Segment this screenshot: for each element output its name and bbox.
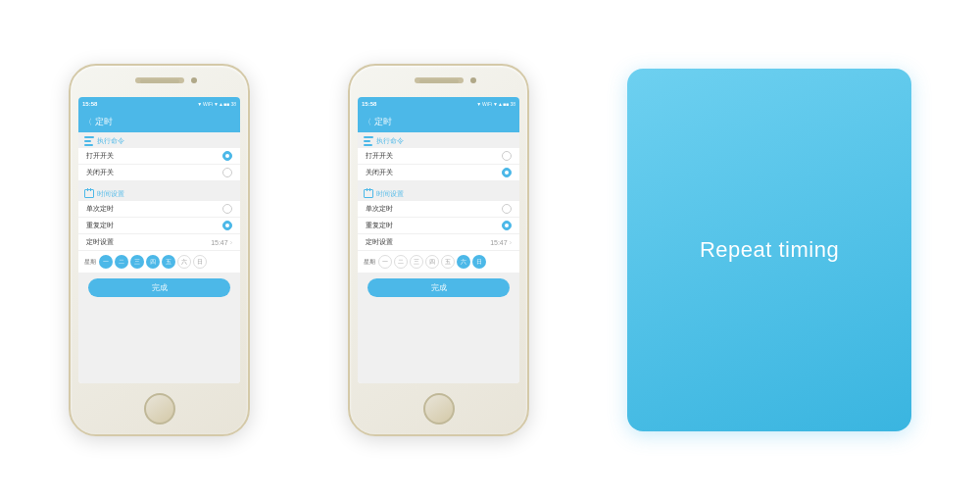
screen-2: 15:58 ▼ WiFi ▼▲■■ 38 〈 定时 执行命令	[358, 97, 519, 383]
back-button-2[interactable]: 〈	[364, 117, 371, 127]
option-close-label-2: 关闭开关	[366, 168, 393, 177]
repeat-timing-2[interactable]: 重复定时	[358, 218, 519, 234]
screen-content-2: 执行命令 打开开关 关闭开关 时间设置	[358, 132, 519, 383]
header-title-1: 定时	[95, 116, 113, 128]
repeat-timing-label-2: 重复定时	[366, 221, 393, 230]
time-section-2: 时间设置	[358, 185, 519, 201]
repeat-timing-1[interactable]: 重复定时	[78, 218, 240, 234]
back-button-1[interactable]: 〈	[84, 117, 92, 127]
radio-repeat-2[interactable]	[502, 221, 512, 230]
complete-button-2[interactable]: 完成	[368, 278, 510, 297]
option-close-1[interactable]: 关闭开关	[78, 165, 240, 181]
header-title-2: 定时	[374, 116, 392, 128]
radio-close-2[interactable]	[502, 168, 512, 177]
info-panel-text: Repeat timing	[700, 237, 839, 263]
app-header-1: 〈 定时	[78, 111, 240, 132]
single-timing-label-1: 单次定时	[86, 204, 114, 214]
radio-close-1[interactable]	[222, 168, 232, 177]
status-time-2: 15:58	[362, 101, 376, 107]
phone-2: 15:58 ▼ WiFi ▼▲■■ 38 〈 定时 执行命令	[348, 64, 529, 436]
time-label-1: 时间设置	[97, 189, 124, 199]
day-fri-2[interactable]: 五	[441, 255, 455, 269]
timing-set-value-1: 15:47 ›	[211, 239, 232, 246]
execute-section-2: 执行命令	[358, 132, 519, 148]
calendar-icon-2	[364, 189, 373, 199]
radio-single-2[interactable]	[502, 204, 512, 214]
day-thu-2[interactable]: 四	[425, 255, 439, 269]
option-open-label-1: 打开开关	[86, 151, 114, 161]
option-close-label-1: 关闭开关	[86, 168, 114, 177]
time-label-2: 时间设置	[376, 189, 404, 199]
execute-label-2: 执行命令	[376, 136, 404, 146]
option-open-2[interactable]: 打开开关	[358, 148, 519, 165]
menu-icon-2	[364, 136, 373, 146]
home-button-2[interactable]	[423, 393, 455, 425]
phone-1: 15:58 ▼ WiFi ▼▲■■ 38 〈 定时 执行命令	[69, 64, 250, 436]
screen-1: 15:58 ▼ WiFi ▼▲■■ 38 〈 定时 执行命令	[78, 97, 240, 383]
speaker-2	[419, 79, 459, 83]
time-value-1[interactable]: 定时设置 15:47 ›	[78, 234, 240, 251]
radio-open-2[interactable]	[502, 151, 512, 161]
status-icons-1: ▼ WiFi ▼▲■■ 38	[197, 101, 236, 107]
calendar-icon-1	[84, 189, 94, 199]
status-bar-2: 15:58 ▼ WiFi ▼▲■■ 38	[358, 97, 519, 111]
single-timing-1[interactable]: 单次定时	[78, 201, 240, 218]
screen-content-1: 执行命令 打开开关 关闭开关 时间设置	[78, 132, 240, 383]
time-section-1: 时间设置	[78, 185, 240, 201]
day-wed-1[interactable]: 三	[130, 255, 144, 269]
status-icons-2: ▼ WiFi ▼▲■■ 38	[476, 101, 515, 107]
menu-icon-1	[84, 136, 94, 146]
timing-set-label-1: 定时设置	[86, 237, 114, 247]
option-open-1[interactable]: 打开开关	[78, 148, 240, 165]
day-sun-2[interactable]: 日	[472, 255, 486, 269]
day-fri-1[interactable]: 五	[162, 255, 175, 269]
radio-single-1[interactable]	[222, 204, 232, 214]
option-open-label-2: 打开开关	[366, 151, 393, 161]
radio-repeat-1[interactable]	[222, 221, 232, 230]
execute-section-1: 执行命令	[78, 132, 240, 148]
status-time-1: 15:58	[82, 101, 97, 107]
day-mon-1[interactable]: 一	[99, 255, 113, 269]
execute-label-1: 执行命令	[97, 136, 124, 146]
time-value-2[interactable]: 定时设置 15:47 ›	[358, 234, 519, 251]
option-close-2[interactable]: 关闭开关	[358, 165, 519, 181]
page-container: 15:58 ▼ WiFi ▼▲■■ 38 〈 定时 执行命令	[0, 0, 980, 500]
day-tue-2[interactable]: 二	[394, 255, 408, 269]
speaker-1	[140, 79, 179, 83]
single-timing-2[interactable]: 单次定时	[358, 201, 519, 218]
info-panel: Repeat timing	[627, 69, 911, 431]
radio-open-1[interactable]	[222, 151, 232, 161]
timing-set-value-2: 15:47 ›	[490, 239, 512, 246]
single-timing-label-2: 单次定时	[366, 204, 393, 214]
day-sat-2[interactable]: 六	[457, 255, 470, 269]
days-row-1: 星期 一 二 三 四 五 六 日	[78, 251, 240, 273]
timing-set-label-2: 定时设置	[366, 237, 393, 247]
home-button-1[interactable]	[144, 393, 175, 425]
day-thu-1[interactable]: 四	[146, 255, 160, 269]
day-wed-2[interactable]: 三	[410, 255, 423, 269]
day-sat-1[interactable]: 六	[177, 255, 191, 269]
camera-1	[191, 77, 197, 83]
day-tue-1[interactable]: 二	[115, 255, 128, 269]
week-label-2: 星期	[364, 258, 375, 267]
week-label-1: 星期	[84, 258, 96, 267]
status-bar-1: 15:58 ▼ WiFi ▼▲■■ 38	[78, 97, 240, 111]
complete-button-1[interactable]: 完成	[88, 278, 230, 297]
camera-2	[470, 77, 476, 83]
app-header-2: 〈 定时	[358, 111, 519, 132]
days-row-2: 星期 一 二 三 四 五 六 日	[358, 251, 519, 273]
day-sun-1[interactable]: 日	[193, 255, 207, 269]
day-mon-2[interactable]: 一	[378, 255, 392, 269]
repeat-timing-label-1: 重复定时	[86, 221, 114, 230]
